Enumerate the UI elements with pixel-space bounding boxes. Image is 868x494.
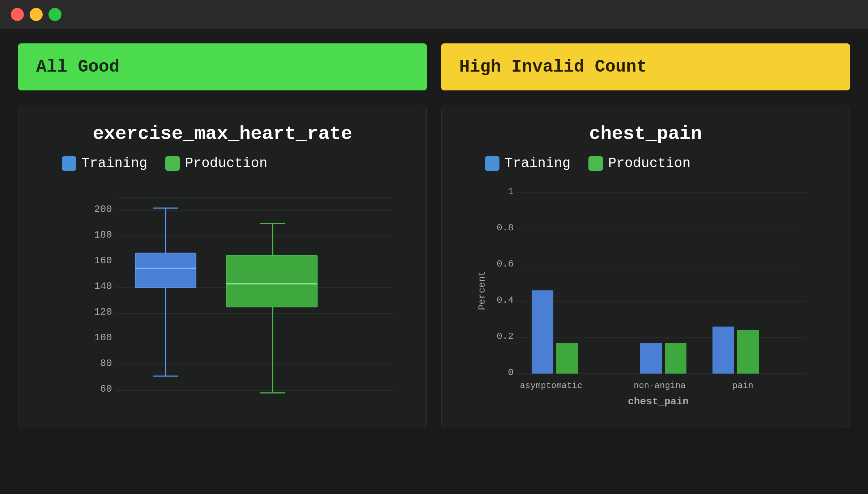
boxplot-title: exercise_max_heart_rate	[40, 123, 405, 145]
svg-rect-25	[226, 256, 318, 307]
svg-text:1: 1	[508, 186, 514, 197]
bar-nonangina-training	[640, 343, 662, 374]
legend-swatch-production	[165, 156, 180, 171]
status-all-good-label: All Good	[36, 57, 119, 77]
legend-production: Production	[165, 156, 267, 171]
boxplot-legend: Training Production	[40, 156, 405, 171]
bc-legend-swatch-production	[588, 156, 603, 171]
svg-rect-20	[135, 253, 196, 288]
svg-text:non-angina: non-angina	[634, 381, 686, 391]
status-high-invalid-label: High Invalid Count	[459, 57, 647, 77]
svg-text:180: 180	[94, 229, 112, 240]
bc-legend-production: Production	[588, 156, 690, 171]
charts-row: exercise_max_heart_rate Training Product…	[18, 105, 850, 428]
bc-legend-training: Training	[485, 156, 570, 171]
barchart-title: chest_pain	[463, 123, 828, 145]
svg-text:0.6: 0.6	[497, 259, 514, 269]
svg-text:asymptomatic: asymptomatic	[520, 381, 583, 391]
boxplot-svg: 200 180 160 140 120 100 80 60	[84, 186, 405, 410]
svg-text:0.8: 0.8	[497, 222, 514, 233]
traffic-light-green[interactable]	[48, 8, 61, 21]
bar-asymptomatic-training	[532, 290, 553, 374]
svg-text:80: 80	[100, 358, 112, 369]
legend-training: Training	[62, 156, 147, 171]
bar-pain-training	[712, 327, 734, 374]
legend-swatch-training	[62, 156, 76, 171]
svg-text:0: 0	[508, 367, 514, 378]
svg-text:Percent: Percent	[477, 271, 488, 310]
traffic-light-yellow[interactable]	[30, 8, 43, 21]
barchart-area: 1 0.8 0.6 0.4 0.2 0 Percent	[463, 186, 828, 410]
bc-legend-training-label: Training	[505, 156, 570, 171]
status-banner-all-good: All Good	[18, 43, 427, 90]
svg-text:chest_pain: chest_pain	[628, 396, 689, 407]
bar-nonangina-production	[665, 343, 686, 374]
main-content: All Good High Invalid Count exercise_max…	[0, 29, 868, 443]
status-banner-high-invalid: High Invalid Count	[441, 43, 850, 90]
boxplot-area: 200 180 160 140 120 100 80 60	[40, 186, 405, 410]
legend-production-label: Production	[185, 156, 267, 171]
svg-text:100: 100	[94, 332, 112, 343]
traffic-light-red[interactable]	[11, 8, 24, 21]
bar-pain-production	[737, 330, 759, 374]
svg-text:0.4: 0.4	[497, 295, 514, 306]
chart-panel-barchart: chest_pain Training Production	[441, 105, 850, 428]
svg-text:140: 140	[94, 281, 112, 292]
svg-text:120: 120	[94, 306, 112, 318]
barchart-svg: 1 0.8 0.6 0.4 0.2 0 Percent	[463, 186, 828, 410]
chart-panel-boxplot: exercise_max_heart_rate Training Product…	[18, 105, 427, 428]
barchart-legend: Training Production	[463, 156, 828, 171]
svg-text:160: 160	[94, 255, 112, 266]
status-row: All Good High Invalid Count	[18, 43, 850, 90]
bc-legend-swatch-training	[485, 156, 499, 171]
legend-training-label: Training	[81, 156, 147, 171]
svg-text:0.2: 0.2	[497, 331, 514, 342]
bar-asymptomatic-production	[556, 343, 578, 374]
title-bar	[0, 0, 868, 29]
bc-legend-production-label: Production	[608, 156, 690, 171]
svg-text:pain: pain	[732, 381, 753, 391]
svg-text:200: 200	[94, 204, 112, 215]
svg-text:60: 60	[100, 383, 112, 395]
